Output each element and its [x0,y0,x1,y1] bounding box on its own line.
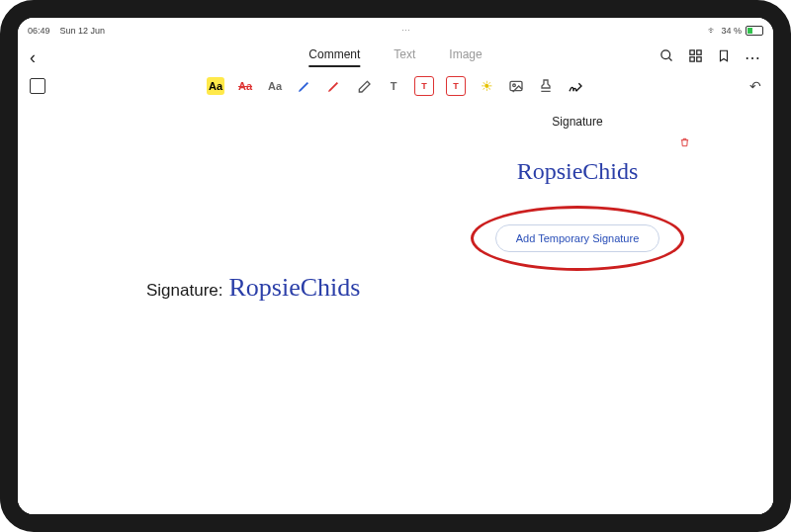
svg-rect-5 [697,57,701,61]
saved-signature-card[interactable]: RopsieChids [469,146,686,197]
select-tool-icon[interactable] [30,78,45,94]
tab-text[interactable]: Text [394,47,415,67]
annotation-toolbar: Aa Aa Aa T T T ☀ [207,76,584,96]
tab-image[interactable]: Image [449,47,482,67]
eraser-tool[interactable] [355,77,373,95]
svg-point-7 [513,84,516,87]
mode-tabs: Comment Text Image [308,47,482,67]
signature-tool[interactable] [567,77,584,95]
svg-line-1 [668,57,671,60]
signature-panel: Signature RopsieChids Add Temporary Sign… [469,115,686,252]
textbox-tool[interactable]: T [385,77,402,95]
battery-icon [746,26,763,36]
callout-tool-2[interactable]: T [446,76,466,96]
add-temporary-signature-button[interactable]: Add Temporary Signature [495,224,660,252]
signature-panel-title: Signature [469,115,686,129]
svg-rect-4 [690,57,694,61]
bookmark-icon[interactable] [717,48,731,66]
back-button[interactable]: ‹ [30,47,49,68]
pen-red-tool[interactable] [325,77,343,95]
signature-field-label: Signature: [146,281,223,301]
grid-icon[interactable] [688,48,703,66]
callout-tool-1[interactable]: T [414,76,434,96]
svg-rect-3 [697,50,701,54]
document-signature-line: Signature: RopsieChids [146,273,360,303]
strikeout-tool[interactable]: Aa [236,77,254,95]
signature-field-value[interactable]: RopsieChids [229,273,361,303]
more-icon[interactable]: ⋯ [745,48,761,67]
note-tool[interactable]: ☀ [478,77,495,95]
highlight-tool[interactable]: Aa [207,77,224,95]
wifi-icon: ᯤ [708,26,717,36]
document-canvas[interactable]: Signature RopsieChids Add Temporary Sign… [18,101,773,514]
status-date: Sun 12 Jun [60,26,106,36]
undo-button[interactable]: ↶ [749,78,761,94]
status-time: 06:49 [28,26,50,36]
image-tool[interactable] [507,77,525,95]
tab-comment[interactable]: Comment [308,47,360,67]
battery-text: 34 % [721,26,742,36]
status-center-dots: ⋯ [401,26,412,36]
pen-blue-tool[interactable] [296,77,313,95]
stamp-tool[interactable] [537,77,555,95]
search-icon[interactable] [659,48,674,66]
saved-signature-preview[interactable]: RopsieChids [477,154,678,189]
text-style-tool[interactable]: Aa [266,77,284,95]
svg-rect-2 [690,50,694,54]
delete-signature-icon[interactable] [679,136,690,150]
svg-point-0 [661,50,670,59]
